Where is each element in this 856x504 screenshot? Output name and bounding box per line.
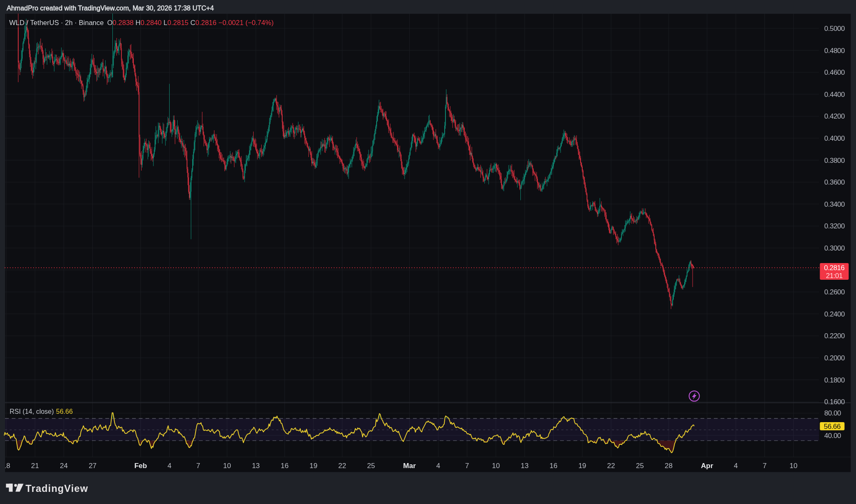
svg-text:AhmadPro created with TradingV: AhmadPro created with TradingView.com, M…: [7, 5, 214, 12]
svg-text:24: 24: [60, 462, 68, 470]
svg-text:40.00: 40.00: [824, 432, 841, 440]
svg-text:0.1800: 0.1800: [824, 376, 845, 384]
svg-text:0.1600: 0.1600: [824, 398, 845, 406]
svg-text:0.3200: 0.3200: [824, 222, 845, 230]
svg-text:10: 10: [223, 462, 231, 470]
svg-text:0.4000: 0.4000: [824, 134, 845, 142]
svg-text:Mar: Mar: [403, 462, 416, 470]
svg-text:10: 10: [790, 462, 797, 470]
svg-text:0.2400: 0.2400: [824, 310, 845, 318]
svg-text:WLD / TetherUS · 2h · Binance: WLD / TetherUS · 2h · Binance O0.2838 H0…: [9, 19, 274, 26]
svg-text:4: 4: [436, 462, 440, 470]
svg-text:16: 16: [281, 462, 289, 470]
svg-text:25: 25: [367, 462, 375, 470]
svg-text:0.4600: 0.4600: [824, 68, 845, 76]
svg-text:0.3000: 0.3000: [824, 244, 845, 252]
svg-text:56.66: 56.66: [824, 423, 841, 431]
svg-text:16: 16: [550, 462, 558, 470]
svg-text:19: 19: [309, 462, 317, 470]
svg-text:0.2000: 0.2000: [824, 354, 845, 362]
svg-text:21: 21: [31, 462, 39, 470]
svg-text:4: 4: [168, 462, 171, 470]
svg-text:13: 13: [252, 462, 260, 470]
svg-text:0.4800: 0.4800: [824, 47, 845, 55]
svg-text:22: 22: [607, 462, 615, 470]
svg-text:0.4200: 0.4200: [824, 112, 845, 120]
svg-text:0.4400: 0.4400: [824, 91, 845, 99]
svg-text:19: 19: [578, 462, 586, 470]
svg-text:28: 28: [665, 462, 673, 470]
svg-text:56.66: 56.66: [56, 408, 73, 415]
svg-text:13: 13: [521, 462, 529, 470]
svg-text:0.2600: 0.2600: [824, 288, 845, 296]
svg-text:25: 25: [636, 462, 644, 470]
svg-text:10: 10: [492, 462, 500, 470]
svg-text:RSI (14, close): RSI (14, close): [10, 408, 54, 415]
svg-text:7: 7: [465, 462, 469, 470]
svg-text:Feb: Feb: [134, 462, 147, 470]
svg-text:0.3800: 0.3800: [824, 157, 845, 165]
svg-text:21:01: 21:01: [826, 272, 843, 280]
svg-text:7: 7: [196, 462, 200, 470]
svg-text:4: 4: [734, 462, 738, 470]
svg-text:0.2200: 0.2200: [824, 332, 845, 340]
svg-text:0.2816: 0.2816: [824, 264, 845, 272]
svg-text:0.5000: 0.5000: [824, 25, 845, 33]
svg-text:7: 7: [763, 462, 767, 470]
svg-text:22: 22: [338, 462, 346, 470]
svg-text:27: 27: [89, 462, 97, 470]
svg-text:TradingView: TradingView: [25, 483, 88, 494]
svg-text:Apr: Apr: [701, 462, 713, 470]
svg-text:0.3400: 0.3400: [824, 200, 845, 208]
svg-text:80.00: 80.00: [824, 409, 841, 417]
svg-text:0.3600: 0.3600: [824, 178, 845, 186]
